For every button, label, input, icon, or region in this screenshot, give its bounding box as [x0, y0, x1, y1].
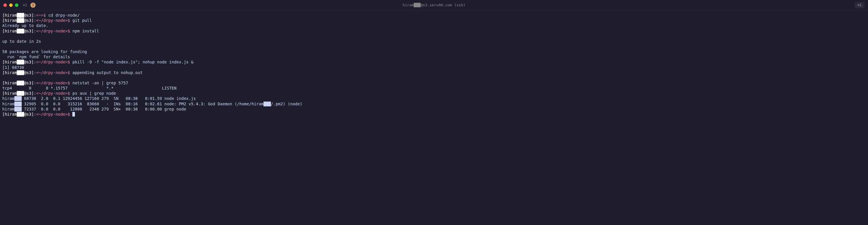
prompt-path: :<~/drpy-node>: [34, 81, 68, 85]
prompt-dollar: $: [43, 13, 48, 18]
prompt-dollar: $: [68, 91, 73, 96]
prompt-user: [hiram███@s3]: [2, 112, 34, 117]
terminal-line: [2, 75, 866, 81]
terminal-line: [2, 34, 866, 39]
output-text: hiram███ 32905 0.0 0.0 315216 83660 - IN…: [2, 102, 302, 106]
prompt-path: :<~/drpy-node>: [34, 70, 68, 75]
command-text: npm install: [72, 29, 99, 33]
prompt-dollar: $: [68, 18, 73, 23]
terminal-line: Already up to date.: [2, 23, 866, 28]
prompt-user: [hiram███@s3]: [2, 60, 34, 64]
prompt-path: :<~/drpy-node>: [34, 112, 68, 117]
prompt-path: :<~/drpy-node>: [34, 18, 68, 23]
output-text: tcp4 0 0 *.15757 *.* LISTEN: [2, 86, 177, 90]
terminal-line: [hiram███@s3]:<~/drpy-node>$ pkill -9 -f…: [2, 59, 866, 65]
command-text: git pull: [72, 18, 92, 23]
prompt-user: [hiram███@s3]: [2, 29, 34, 33]
terminal-line: [hiram███@s3]:<~/drpy-node>$: [2, 111, 866, 117]
terminal-line: [hiram███@s3]:<~/drpy-node>$ netstat -an…: [2, 81, 866, 86]
close-button[interactable]: [3, 3, 7, 7]
maximize-button[interactable]: [15, 3, 19, 7]
command-text: ps aux | grep node: [72, 91, 116, 96]
terminal-content[interactable]: [hiram███@s3]:<~>$ cd drpy-node/[hiram██…: [0, 10, 868, 119]
prompt-user: [hiram███@s3]: [2, 91, 34, 96]
prompt-user: [hiram███@s3]: [2, 13, 34, 18]
prompt-path: :<~/drpy-node>: [34, 60, 68, 64]
output-text: [1] 68730: [2, 65, 24, 70]
output-text: run `npm fund` for details: [2, 55, 70, 59]
output-text: Already up to date.: [2, 23, 48, 28]
terminal-line: hiram███ 72337 0.0 0.0 12888 2348 279 SN…: [2, 106, 866, 111]
titlebar: ⌘1 S hiram███@s3.serv00.com (ssh) ⌘1: [0, 0, 868, 10]
terminal-line: tcp4 0 0 *.15757 *.* LISTEN: [2, 86, 866, 91]
command-text: appending output to nohup.out: [72, 70, 143, 75]
terminal-line: [hiram███@s3]:<~/drpy-node>$ appending o…: [2, 70, 866, 75]
terminal-line: up to date in 2s: [2, 39, 866, 44]
prompt-path: :<~/drpy-node>: [34, 29, 68, 33]
command-text: pkill -9 -f "node index.js"; nohup node …: [72, 60, 193, 64]
terminal-line: [hiram███@s3]:<~/drpy-node>$ git pull: [2, 18, 866, 23]
prompt-dollar: $: [68, 60, 73, 64]
terminal-line: 58 packages are looking for funding: [2, 49, 866, 54]
terminal-line: [hiram███@s3]:<~>$ cd drpy-node/: [2, 12, 866, 18]
prompt-path: :<~>: [34, 13, 43, 18]
terminal-line: [1] 68730: [2, 65, 866, 70]
prompt-dollar: $: [68, 112, 73, 117]
right-shortcut: ⌘1: [855, 2, 865, 8]
cursor: [72, 112, 75, 117]
prompt-dollar: $: [68, 29, 73, 33]
terminal-line: [hiram███@s3]:<~/drpy-node>$ ps aux | gr…: [2, 91, 866, 96]
terminal-line: [2, 44, 866, 49]
session-icon: S: [30, 3, 36, 8]
output-text: up to date in 2s: [2, 39, 41, 44]
prompt-dollar: $: [68, 81, 73, 85]
output-text: 58 packages are looking for funding: [2, 50, 87, 54]
tab-indicator: ⌘1 S: [23, 3, 36, 8]
prompt-user: [hiram███@s3]: [2, 70, 34, 75]
prompt-user: [hiram███@s3]: [2, 81, 34, 85]
prompt-dollar: $: [68, 70, 73, 75]
output-text: hiram███ 72337 0.0 0.0 12888 2348 279 SN…: [2, 107, 186, 111]
prompt-user: [hiram███@s3]: [2, 18, 34, 23]
command-text: netstat -an | grep 5757: [72, 81, 128, 85]
command-text: cd drpy-node/: [48, 13, 80, 18]
terminal-line: run `npm fund` for details: [2, 54, 866, 59]
traffic-lights: [3, 3, 19, 7]
terminal-line: [hiram███@s3]:<~/drpy-node>$ npm install: [2, 28, 866, 34]
terminal-line: hiram███ 32905 0.0 0.0 315216 83660 - IN…: [2, 101, 866, 106]
terminal-line: hiram███ 68730 2.0 0.1 12924456 127160 2…: [2, 96, 866, 101]
window-title: hiram███@s3.serv00.com (ssh): [402, 3, 465, 7]
tab-shortcut: ⌘1: [23, 3, 27, 7]
output-text: hiram███ 68730 2.0 0.1 12924456 127160 2…: [2, 96, 196, 101]
prompt-path: :<~/drpy-node>: [34, 91, 68, 96]
minimize-button[interactable]: [9, 3, 12, 7]
